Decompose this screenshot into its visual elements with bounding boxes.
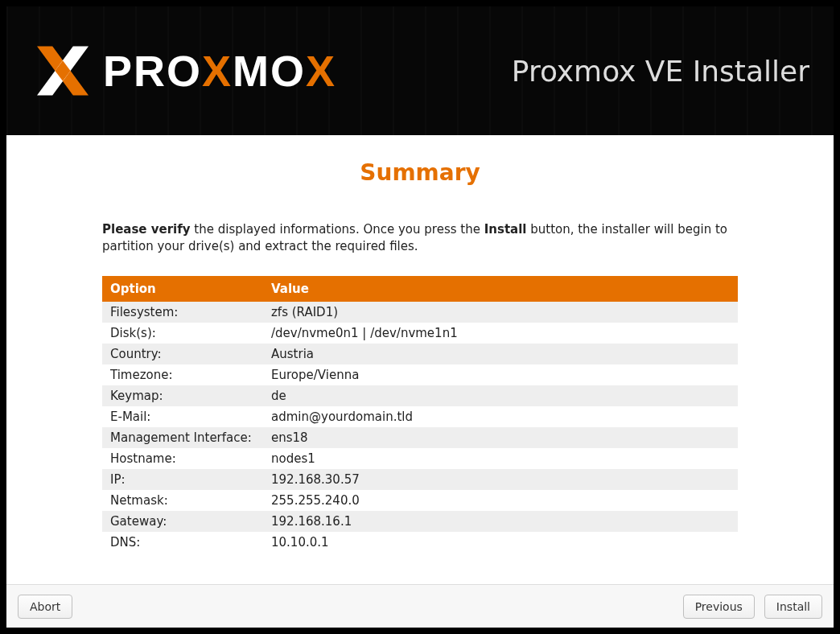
table-row: IP:192.168.30.57 (102, 469, 738, 490)
value-cell: de (263, 385, 738, 406)
table-row: E-Mail:admin@yourdomain.tld (102, 406, 738, 427)
table-row: Gateway:192.168.16.1 (102, 511, 738, 532)
value-cell: ens18 (263, 427, 738, 448)
table-row: Netmask:255.255.240.0 (102, 490, 738, 511)
table-row: Management Interface:ens18 (102, 427, 738, 448)
brand-part: MO (233, 47, 306, 95)
value-cell: nodes1 (263, 448, 738, 469)
instruction-text: Please verify the displayed informations… (102, 221, 738, 255)
instruction-bold: Please verify (102, 222, 191, 237)
option-cell: IP: (102, 469, 263, 490)
footer: Abort Previous Install (6, 584, 834, 628)
content-area: Summary Please verify the displayed info… (6, 135, 834, 584)
install-button[interactable]: Install (764, 595, 822, 619)
value-cell: zfs (RAID1) (263, 302, 738, 323)
table-row: Keymap:de (102, 385, 738, 406)
value-cell: Austria (263, 344, 738, 364)
value-cell: /dev/nvme0n1 | /dev/nvme1n1 (263, 323, 738, 344)
col-value-header: Value (263, 276, 738, 302)
table-row: Timezone:Europe/Vienna (102, 364, 738, 385)
page-title: Summary (6, 159, 834, 186)
brand-text: PROXMOX (103, 46, 336, 96)
table-row: Filesystem:zfs (RAID1) (102, 302, 738, 323)
header: PROXMOX Proxmox VE Installer (6, 6, 834, 135)
value-cell: admin@yourdomain.tld (263, 406, 738, 427)
brand-logo: PROXMOX (31, 39, 336, 103)
col-option-header: Option (102, 276, 263, 302)
value-cell: 192.168.16.1 (263, 511, 738, 532)
value-cell: 255.255.240.0 (263, 490, 738, 511)
summary-table: Option Value Filesystem:zfs (RAID1)Disk(… (102, 276, 738, 553)
option-cell: Netmask: (102, 490, 263, 511)
option-cell: Timezone: (102, 364, 263, 385)
table-row: Disk(s):/dev/nvme0n1 | /dev/nvme1n1 (102, 323, 738, 344)
brand-part: PRO (103, 47, 202, 95)
footer-left: Abort (18, 595, 72, 619)
option-cell: Hostname: (102, 448, 263, 469)
table-row: DNS:10.10.0.1 (102, 532, 738, 553)
option-cell: Gateway: (102, 511, 263, 532)
option-cell: E-Mail: (102, 406, 263, 427)
content-inner: Please verify the displayed informations… (102, 221, 738, 553)
option-cell: DNS: (102, 532, 263, 553)
value-cell: Europe/Vienna (263, 364, 738, 385)
option-cell: Keymap: (102, 385, 263, 406)
value-cell: 192.168.30.57 (263, 469, 738, 490)
proxmox-x-icon (31, 39, 95, 103)
abort-button[interactable]: Abort (18, 595, 72, 619)
option-cell: Filesystem: (102, 302, 263, 323)
option-cell: Management Interface: (102, 427, 263, 448)
instruction-span: the displayed informations. Once you pre… (191, 222, 484, 237)
option-cell: Country: (102, 344, 263, 364)
value-cell: 10.10.0.1 (263, 532, 738, 553)
table-header-row: Option Value (102, 276, 738, 302)
footer-right: Previous Install (683, 595, 822, 619)
brand-part: X (306, 47, 336, 95)
brand-part: X (202, 47, 233, 95)
table-row: Hostname:nodes1 (102, 448, 738, 469)
installer-window: PROXMOX Proxmox VE Installer Summary Ple… (6, 6, 834, 628)
table-row: Country:Austria (102, 344, 738, 364)
instruction-bold: Install (484, 222, 527, 237)
previous-button[interactable]: Previous (683, 595, 755, 619)
option-cell: Disk(s): (102, 323, 263, 344)
header-title: Proxmox VE Installer (512, 55, 809, 88)
